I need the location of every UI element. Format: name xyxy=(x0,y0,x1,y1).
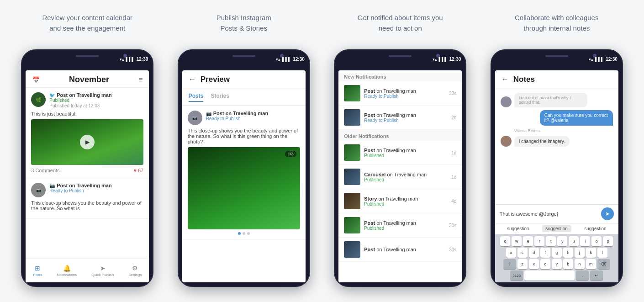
nav-settings[interactable]: ⚙ Settings xyxy=(128,265,142,277)
notif-status-1: Ready to Publish xyxy=(364,94,445,99)
notif-time-1: 30s xyxy=(449,91,456,96)
nav-quick-publish[interactable]: ➤ Quick Publish xyxy=(91,265,114,277)
notif-item-1[interactable]: Post on Travelling man Ready to Publish … xyxy=(338,81,462,106)
post-card-2[interactable]: 📷 📷 Post on Travelling man Ready to Publ… xyxy=(26,178,149,219)
feature-title-calendar: Review your content calendar and see the… xyxy=(33,0,142,49)
notif-item-5[interactable]: Story on Travelling man Published 4d xyxy=(338,189,462,213)
key-k[interactable]: k xyxy=(586,248,596,258)
phone-notifications: ▾▴ ▌▌▌ 12:30 New Notifications Post on T… xyxy=(334,49,466,287)
nav-posts[interactable]: ⊞ Posts xyxy=(33,265,42,277)
post-card-1[interactable]: 🌿 🐦 Post on Travelling man Published Pub… xyxy=(26,88,149,178)
key-g[interactable]: g xyxy=(552,248,562,258)
key-s[interactable]: s xyxy=(517,248,528,258)
nav-notifications[interactable]: 🔔 Notifications xyxy=(57,265,77,277)
notes-title: Notes xyxy=(513,75,535,84)
new-notifications-title: New Notifications xyxy=(338,70,462,81)
key-j[interactable]: j xyxy=(575,248,585,258)
key-p[interactable]: p xyxy=(603,236,613,246)
key-shift[interactable]: ⇧ xyxy=(503,259,516,269)
post-text-2: This close-up shows you the beauty and p… xyxy=(31,200,143,211)
notif-title-3: Post on Travelling man xyxy=(364,148,448,153)
posts-icon: ⊞ xyxy=(35,265,40,272)
send-button[interactable]: ➤ xyxy=(601,207,614,220)
preview-feed: 📷 📷 Post on Travelling man Ready to Publ… xyxy=(182,106,306,282)
key-u[interactable]: u xyxy=(569,236,579,246)
wifi-icon-2: ▾▴ xyxy=(276,57,280,62)
key-123[interactable]: ?123 xyxy=(510,270,523,281)
keyboard-row-4: ?123 . ↵ xyxy=(496,270,618,281)
tab-posts[interactable]: Posts xyxy=(189,93,204,102)
carousel-badge: 1/3 xyxy=(285,151,296,157)
notif-time-3: 1d xyxy=(451,150,456,155)
key-y[interactable]: y xyxy=(557,236,567,246)
notif-thumb-7 xyxy=(344,241,360,258)
post-stats-1: 3 Comments ♥ 67 xyxy=(31,168,143,173)
preview-post-card[interactable]: 📷 📷 Post on Travelling man Ready to Publ… xyxy=(182,106,306,240)
chat-message-me-1: Can you make sure you correct it? @valer… xyxy=(540,110,613,126)
key-a[interactable]: a xyxy=(506,248,516,258)
key-r[interactable]: r xyxy=(534,236,544,246)
play-button[interactable]: ▶ xyxy=(80,135,95,149)
notif-status-2: Ready to Publish xyxy=(364,118,448,123)
key-n[interactable]: n xyxy=(575,259,585,269)
key-z[interactable]: z xyxy=(517,259,528,269)
notif-item-2[interactable]: Post on Travelling man Ready to Publish … xyxy=(338,106,462,130)
key-c[interactable]: c xyxy=(540,259,550,269)
key-return[interactable]: ↵ xyxy=(590,270,603,281)
key-period[interactable]: . xyxy=(576,270,589,281)
key-delete[interactable]: ⌫ xyxy=(597,259,610,269)
filter-icon[interactable]: ≡ xyxy=(138,76,143,84)
tab-stories[interactable]: Stories xyxy=(211,93,229,102)
phone-speaker-3 xyxy=(389,55,412,57)
notif-time-2: 2h xyxy=(451,115,456,120)
video-thumb-1[interactable]: ▶ xyxy=(31,119,143,165)
key-d[interactable]: d xyxy=(529,248,539,258)
phone-status: ▾▴ ▌▌▌ 12:30 xyxy=(120,57,148,62)
key-space[interactable] xyxy=(524,270,575,281)
notif-item-6[interactable]: Post on Travelling man Published 30s xyxy=(338,213,462,238)
key-w[interactable]: w xyxy=(512,236,522,246)
suggestion-2[interactable]: suggestion xyxy=(542,225,571,232)
key-e[interactable]: e xyxy=(523,236,533,246)
notif-title-6: Post on Travelling man xyxy=(364,220,445,226)
key-o[interactable]: o xyxy=(591,236,602,246)
notif-item-7[interactable]: Post on Travelling man 30s xyxy=(338,238,462,262)
notes-back-button[interactable]: ← xyxy=(501,75,509,84)
comments-count[interactable]: 3 Comments xyxy=(31,168,59,173)
suggestion-3[interactable]: suggestion xyxy=(581,225,610,232)
key-m[interactable]: m xyxy=(586,259,596,269)
suggestion-1[interactable]: suggestion xyxy=(503,225,533,232)
preview-post-type: Post on Travelling man xyxy=(213,111,268,116)
notif-thumb-1 xyxy=(344,85,360,101)
chat-avatar-2 xyxy=(501,136,512,147)
key-i[interactable]: i xyxy=(580,236,590,246)
notif-text-4: Carousel on Travelling man Published xyxy=(364,172,448,182)
notif-item-4[interactable]: Carousel on Travelling man Published 1d xyxy=(338,165,462,189)
key-b[interactable]: b xyxy=(563,259,573,269)
keyboard-row-1: q w e r t y u i o p xyxy=(496,236,618,246)
notif-text-7: Post on Travelling man xyxy=(364,247,445,252)
notif-item-3[interactable]: Post on Travelling man Published 1d xyxy=(338,141,462,165)
key-h[interactable]: h xyxy=(563,248,573,258)
key-v[interactable]: v xyxy=(552,259,562,269)
phone-notes: ▾▴ ▌▌▌ 12:30 ← Notes I ran out of pizza … xyxy=(491,49,623,287)
status-time-1: 12:30 xyxy=(137,57,148,62)
key-f[interactable]: f xyxy=(540,248,550,258)
keyboard-row-3: ⇧ z x c v b n m ⌫ xyxy=(496,259,618,269)
grass-background xyxy=(188,147,300,229)
notif-text-3: Post on Travelling man Published xyxy=(364,148,448,158)
key-x[interactable]: x xyxy=(529,259,539,269)
key-t[interactable]: t xyxy=(546,236,556,246)
feature-publish: Publish Instagram Posts & Stories ▾▴ ▌▌▌… xyxy=(166,0,322,287)
notes-input-area[interactable]: That is awesome @Jorge| ➤ xyxy=(495,204,618,223)
notif-title-4: Carousel on Travelling man xyxy=(364,172,448,177)
feature-notes: Collaborate with colleagues through inte… xyxy=(479,0,634,287)
key-l[interactable]: l xyxy=(597,248,607,258)
app-showcase: Review your content calendar and see the… xyxy=(0,0,644,287)
keyboard[interactable]: q w e r t y u i o p a s d xyxy=(495,234,618,282)
phone-speaker xyxy=(76,55,99,57)
key-q[interactable]: q xyxy=(500,236,510,246)
chat-area: I ran out of pizza that's why I posted t… xyxy=(495,89,618,204)
back-button[interactable]: ← xyxy=(189,75,196,84)
settings-icon: ⚙ xyxy=(132,265,138,272)
